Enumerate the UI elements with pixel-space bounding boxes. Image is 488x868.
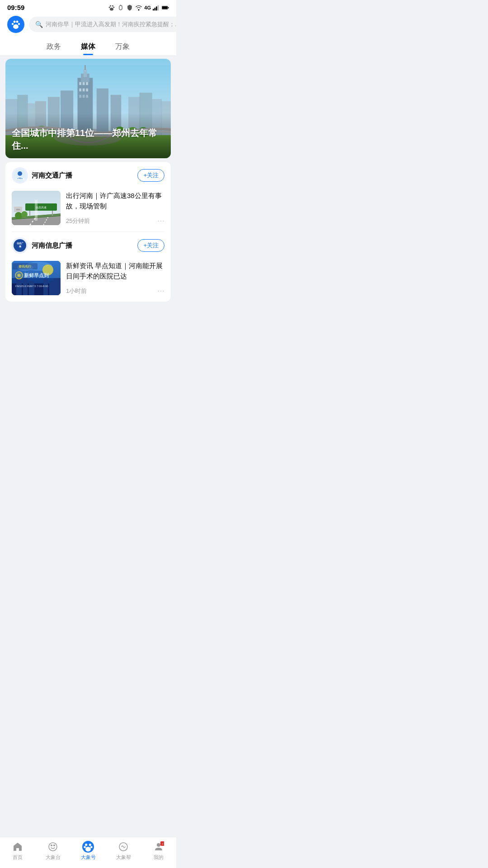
svg-rect-12 — [168, 7, 169, 8]
svg-text:播: 播 — [19, 245, 22, 248]
follow-btn-1[interactable]: +关注 — [137, 169, 164, 182]
svg-rect-80 — [29, 281, 34, 295]
station-left-1: 河南交通 河南交通广播 — [12, 167, 72, 184]
hero-title: 全国城市中排第11位——郑州去年常住... — [12, 127, 164, 152]
svg-point-62 — [15, 212, 22, 219]
svg-rect-5 — [119, 5, 122, 10]
news-item-1[interactable]: 信息高速 2023 出行河南｜许广高速38公里有事故，现场管制 25分钟前 ⋯ — [5, 187, 171, 231]
news-title-1: 出行河南｜许广高速38公里有事故，现场管制 — [66, 191, 164, 211]
svg-point-3 — [113, 6, 115, 8]
svg-point-2 — [109, 6, 110, 8]
svg-rect-36 — [86, 82, 88, 85]
svg-text:信息广: 信息广 — [16, 242, 23, 245]
header: 🔍 河南你早｜甲流进入高发期！河南疾控紧急提醒；... 政务 媒体 万象 — [0, 13, 176, 55]
status-icons: 4G — [108, 4, 169, 11]
search-bar[interactable]: 🔍 河南你早｜甲流进入高发期！河南疾控紧急提醒；... — [29, 17, 176, 32]
svg-text:河南交通: 河南交通 — [15, 178, 25, 180]
svg-rect-37 — [79, 88, 81, 91]
radio-image: 资讯先行 新鲜早点到 FM105.6 FM97.5 7:00-8:00 — [12, 261, 61, 295]
svg-text:资讯先行: 资讯先行 — [19, 264, 32, 268]
shield-icon — [126, 4, 133, 11]
signal-icon — [153, 4, 160, 11]
news-time-2: 1小时前 — [66, 287, 87, 295]
network-indicator: 4G — [144, 5, 151, 10]
svg-point-18 — [13, 24, 19, 29]
svg-rect-78 — [16, 280, 22, 295]
follow-btn-2[interactable]: +关注 — [137, 239, 164, 252]
news-item-2[interactable]: 资讯先行 新鲜早点到 FM105.6 FM97.5 7:00-8:00 新鲜资讯… — [5, 257, 171, 302]
svg-point-76 — [42, 264, 53, 275]
tab-zhengwu[interactable]: 政务 — [45, 38, 63, 55]
svg-rect-13 — [162, 6, 168, 9]
news-card-1: 河南交通 河南交通广播 +关注 — [5, 162, 171, 302]
station-left-2: 信息广 播 河南信息广播 — [12, 237, 72, 254]
svg-rect-34 — [79, 82, 81, 85]
svg-text:FM105.6  FM97.5  7:00-8:00: FM105.6 FM97.5 7:00-8:00 — [15, 285, 48, 288]
svg-point-55 — [18, 171, 22, 176]
news-content-1: 出行河南｜许广高速38公里有事故，现场管制 25分钟前 ⋯ — [66, 191, 164, 225]
status-bar: 09:59 4G — [0, 0, 176, 13]
svg-point-0 — [110, 5, 111, 6]
svg-rect-41 — [83, 94, 85, 98]
svg-point-89 — [17, 274, 21, 277]
tabs-bar: 政务 媒体 万象 — [7, 38, 169, 55]
tab-meiti[interactable]: 媒体 — [79, 38, 97, 55]
svg-point-75 — [17, 264, 33, 271]
svg-rect-39 — [86, 88, 88, 91]
svg-text:信息高速: 信息高速 — [36, 206, 47, 209]
svg-point-1 — [112, 5, 113, 6]
status-time: 09:59 — [7, 4, 24, 11]
svg-rect-9 — [156, 6, 157, 10]
more-icon-1[interactable]: ⋯ — [157, 217, 164, 225]
wifi-icon — [135, 4, 142, 11]
news-thumb-1: 信息高速 2023 — [12, 191, 61, 225]
svg-rect-38 — [83, 88, 85, 91]
page-content: 全国城市中排第11位——郑州去年常住... 河南交通 河南交通广播 +关注 — [0, 59, 176, 341]
hand-icon — [117, 4, 124, 11]
svg-rect-7 — [153, 9, 154, 10]
hero-banner[interactable]: 全国城市中排第11位——郑州去年常住... — [5, 59, 171, 158]
svg-rect-42 — [86, 94, 88, 98]
news-meta-1: 25分钟前 ⋯ — [66, 217, 164, 225]
svg-rect-84 — [13, 263, 38, 269]
app-logo[interactable] — [7, 16, 24, 33]
more-icon-2[interactable]: ⋯ — [157, 287, 164, 295]
tab-wanxiang[interactable]: 万象 — [113, 38, 131, 55]
svg-point-88 — [15, 272, 23, 279]
news-meta-2: 1小时前 ⋯ — [66, 287, 164, 295]
paw-icon — [108, 4, 115, 11]
svg-point-16 — [12, 23, 14, 25]
battery-icon — [162, 4, 169, 11]
svg-point-90 — [18, 274, 20, 276]
news-content-2: 新鲜资讯 早点知道｜河南能开展日间手术的医院已达 1小时前 ⋯ — [66, 261, 164, 295]
station-header-2: 信息广 播 河南信息广播 +关注 — [5, 232, 171, 257]
news-thumb-2: 资讯先行 新鲜早点到 FM105.6 FM97.5 7:00-8:00 — [12, 261, 61, 295]
news-title-2: 新鲜资讯 早点知道｜河南能开展日间手术的医院已达 — [66, 261, 164, 281]
station-logo-2: 信息广 播 — [12, 237, 28, 254]
station-name-1: 河南交通广播 — [32, 171, 72, 180]
svg-point-63 — [21, 211, 28, 217]
svg-rect-35 — [83, 82, 85, 85]
svg-text:2023: 2023 — [16, 208, 21, 211]
svg-point-4 — [110, 8, 113, 10]
header-top: 🔍 河南你早｜甲流进入高发期！河南疾控紧急提醒；... — [7, 16, 169, 33]
svg-point-14 — [14, 21, 16, 23]
news-time-1: 25分钟前 — [66, 217, 90, 225]
svg-rect-10 — [158, 5, 159, 10]
svg-point-15 — [16, 21, 19, 23]
station-name-2: 河南信息广播 — [32, 241, 72, 250]
hero-overlay: 全国城市中排第11位——郑州去年常住... — [5, 113, 171, 158]
svg-text:新鲜早点到: 新鲜早点到 — [24, 273, 49, 278]
search-hint: 河南你早｜甲流进入高发期！河南疾控紧急提醒；... — [46, 20, 176, 28]
svg-rect-40 — [79, 94, 81, 98]
svg-rect-83 — [54, 278, 61, 295]
search-icon: 🔍 — [35, 21, 43, 28]
road-image: 信息高速 2023 — [12, 191, 61, 225]
svg-point-17 — [18, 23, 20, 25]
station-logo-1: 河南交通 — [12, 167, 28, 184]
svg-rect-8 — [155, 8, 156, 10]
svg-point-74 — [25, 262, 52, 271]
station-header-1: 河南交通 河南交通广播 +关注 — [5, 162, 171, 187]
